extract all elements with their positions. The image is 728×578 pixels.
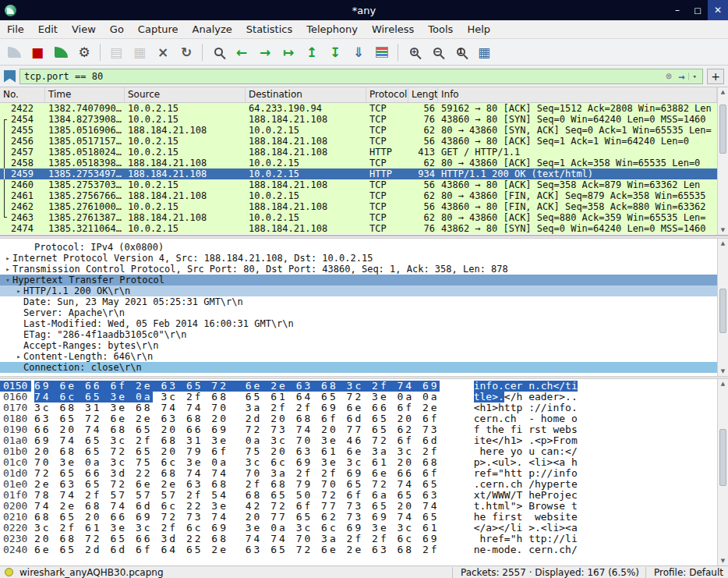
hex-bytes[interactable]: 78 74 2f 57 57 57 2f 54 68 65 50 72 6f 6… (34, 490, 440, 501)
column-header-no[interactable]: No. (0, 87, 45, 102)
packet-row[interactable]: 24601385.2753703…10.0.2.15188.184.21.108… (0, 179, 717, 190)
menu-analyze[interactable]: Analyze (186, 21, 239, 37)
expert-info-icon[interactable] (5, 568, 13, 576)
scroll-thumb[interactable] (719, 429, 726, 486)
packet-list-scrollbar[interactable]: ▲ ▼ (717, 87, 728, 235)
hex-bytes[interactable]: 63 65 72 6e 2e 63 68 20 2d 20 68 6f 6d 6… (34, 413, 440, 424)
hex-row[interactable]: 01b020 68 65 72 65 20 79 6f 75 20 63 61 … (0, 446, 717, 457)
column-header-time[interactable]: Time (45, 87, 125, 102)
packet-row[interactable]: 24631385.2761387…188.184.21.10810.0.2.15… (0, 212, 717, 223)
expand-icon[interactable]: ▸ (14, 351, 23, 362)
hex-ascii[interactable]: cern.ch - home o (474, 413, 578, 424)
scroll-track[interactable] (718, 388, 728, 556)
hex-ascii[interactable]: </a></li >.<li><a (474, 523, 578, 534)
hex-bytes[interactable]: 2e 63 65 72 6e 2e 63 68 2f 68 79 70 65 7… (34, 479, 440, 490)
packet-row[interactable]: 24581385.0518398…188.184.21.10810.0.2.15… (0, 158, 717, 168)
hex-ascii[interactable]: t.html"> Browse t (474, 501, 578, 512)
detail-line[interactable]: ▸Content-Length: 646\r\n (0, 351, 717, 362)
filter-dropdown-icon[interactable]: ▾ (688, 73, 698, 80)
hex-ascii[interactable]: he first website (474, 512, 578, 523)
scroll-up-icon[interactable]: ▲ (718, 379, 728, 388)
hex-row[interactable]: 020074 2e 68 74 6d 6c 22 3e 42 72 6f 77 … (0, 501, 717, 512)
zoom-in-icon[interactable] (402, 41, 426, 63)
collapse-icon[interactable]: ▾ (3, 275, 12, 285)
hex-row[interactable]: 01c070 3e 0a 3c 75 6c 3e 0a 3c 6c 69 3e … (0, 457, 717, 468)
go-to-packet-icon[interactable]: ↦ (277, 41, 300, 63)
column-header-info[interactable]: Info (438, 87, 717, 102)
go-forward-icon[interactable]: → (253, 41, 277, 63)
detail-line[interactable]: ETag: "286-4f1aadb3105c0"\r\n (0, 329, 717, 340)
hex-row[interactable]: 021068 65 20 66 69 72 73 74 20 77 65 62 … (0, 512, 717, 523)
scroll-down-icon[interactable]: ▼ (718, 225, 728, 235)
menu-wireless[interactable]: Wireless (365, 21, 421, 37)
scroll-up-icon[interactable]: ▲ (718, 87, 728, 97)
menu-file[interactable]: File (0, 21, 31, 37)
menu-statistics[interactable]: Statistics (239, 21, 299, 37)
packet-row[interactable]: 24561385.0517157…10.0.2.15188.184.21.108… (0, 136, 717, 147)
minimize-button[interactable]: – (667, 0, 687, 20)
detail-line[interactable]: ▾Hypertext Transfer Protocol (0, 275, 717, 285)
expand-icon[interactable]: ▸ (3, 253, 12, 264)
detail-line[interactable]: ▸HTTP/1.1 200 OK\r\n (0, 285, 717, 296)
hex-bytes[interactable]: 68 65 20 66 69 72 73 74 20 77 65 62 73 6… (34, 512, 440, 523)
hex-bytes[interactable]: 74 6c 65 3e 0a 3c 2f 68 65 61 64 65 72 3… (34, 392, 440, 402)
menu-edit[interactable]: Edit (31, 21, 65, 37)
detail-line[interactable]: Server: Apache\r\n (0, 307, 717, 318)
hex-ascii[interactable]: here yo u can:</ (474, 446, 578, 457)
scroll-thumb[interactable] (719, 289, 726, 334)
hex-row[interactable]: 01e02e 63 65 72 6e 2e 63 68 2f 68 79 70 … (0, 479, 717, 490)
auto-scroll-icon[interactable]: ⇓ (347, 41, 370, 63)
close-button[interactable]: ✕ (708, 0, 728, 20)
packet-row[interactable]: 24611385.2756766…188.184.21.10810.0.2.15… (0, 190, 717, 201)
menu-tools[interactable]: Tools (421, 21, 460, 37)
hex-row[interactable]: 016074 6c 65 3e 0a 3c 2f 68 65 61 64 65 … (0, 392, 717, 402)
packet-row[interactable]: 24541384.8273908…10.0.2.15188.184.21.108… (0, 114, 717, 125)
zoom-reset-icon[interactable] (449, 41, 472, 63)
detail-line[interactable]: Accept-Ranges: bytes\r\n (0, 340, 717, 351)
detail-line[interactable]: Protocol: IPv4 (0x0800) (0, 242, 717, 253)
maximize-button[interactable]: □ (687, 0, 708, 20)
hex-ascii[interactable]: ne-mode. cern.ch/ (474, 544, 578, 555)
apply-filter-icon[interactable]: → (678, 70, 684, 83)
detail-line[interactable]: ▸Internet Protocol Version 4, Src: 188.1… (0, 253, 717, 264)
hex-row[interactable]: 01703c 68 31 3e 68 74 74 70 3a 2f 2f 69 … (0, 402, 717, 413)
stop-capture-icon[interactable]: ■ (26, 41, 49, 63)
hex-ascii[interactable]: <h1>http ://info. (474, 402, 578, 413)
hex-ascii[interactable]: info.cer n.ch</ti (474, 381, 578, 392)
scroll-track[interactable] (718, 248, 728, 367)
menu-help[interactable]: Help (460, 21, 497, 37)
hex-row[interactable]: 023020 68 72 65 66 3d 22 68 74 74 70 3a … (0, 534, 717, 544)
scroll-track[interactable] (718, 97, 728, 225)
go-last-packet-icon[interactable]: ↧ (323, 41, 347, 63)
expand-icon[interactable]: ▸ (3, 264, 12, 275)
scroll-up-icon[interactable]: ▲ (718, 239, 728, 248)
save-file-icon[interactable]: ▦ (128, 41, 151, 63)
colorize-packets-icon[interactable] (370, 41, 394, 63)
close-file-icon[interactable]: × (151, 41, 175, 63)
bytes-scrollbar[interactable]: ▲ ▼ (717, 379, 728, 566)
hex-ascii[interactable]: tle>.</h eader>.. (474, 392, 578, 402)
capture-options-icon[interactable]: ⚙ (72, 41, 96, 63)
menu-telephony[interactable]: Telephony (299, 21, 365, 37)
hex-row[interactable]: 01f078 74 2f 57 57 57 2f 54 68 65 50 72 … (0, 490, 717, 501)
hex-ascii[interactable]: xt/WWW/T heProjec (474, 490, 578, 501)
hex-bytes[interactable]: 3c 68 31 3e 68 74 74 70 3a 2f 2f 69 6e 6… (34, 402, 440, 413)
hex-ascii[interactable]: href="h ttp://li (474, 534, 578, 544)
hex-ascii[interactable]: p>.<ul>. <li><a h (474, 457, 578, 468)
packet-row[interactable]: 24741385.3211064…10.0.2.15188.184.21.108… (0, 223, 717, 234)
scroll-thumb[interactable] (719, 105, 726, 154)
expand-icon[interactable]: ▸ (14, 285, 23, 296)
scroll-down-icon[interactable]: ▼ (718, 556, 728, 566)
hex-bytes[interactable]: 69 6e 66 6f 2e 63 65 72 6e 2e 63 68 3c 2… (34, 381, 440, 392)
reload-file-icon[interactable]: ↻ (175, 41, 198, 63)
detail-line[interactable]: Date: Sun, 23 May 2021 05:25:31 GMT\r\n (0, 296, 717, 307)
detail-line[interactable]: Connection: close\r\n (0, 362, 717, 373)
hex-bytes[interactable]: 70 3e 0a 3c 75 6c 3e 0a 3c 6c 69 3e 3c 6… (34, 457, 440, 468)
details-scrollbar[interactable]: ▲ ▼ (717, 239, 728, 376)
open-file-icon[interactable]: ▤ (104, 41, 128, 63)
hex-row[interactable]: 01a069 74 65 3c 2f 68 31 3e 0a 3c 70 3e … (0, 435, 717, 446)
detail-line[interactable]: Last-Modified: Wed, 05 Feb 2014 16:00:31… (0, 318, 717, 329)
hex-bytes[interactable]: 69 74 65 3c 2f 68 31 3e 0a 3c 70 3e 46 7… (34, 435, 440, 446)
packet-row[interactable]: 24221382.7407090…10.0.2.1564.233.190.94T… (0, 103, 717, 114)
hex-bytes[interactable]: 3c 2f 61 3e 3c 2f 6c 69 3e 0a 3c 6c 69 3… (34, 523, 440, 534)
